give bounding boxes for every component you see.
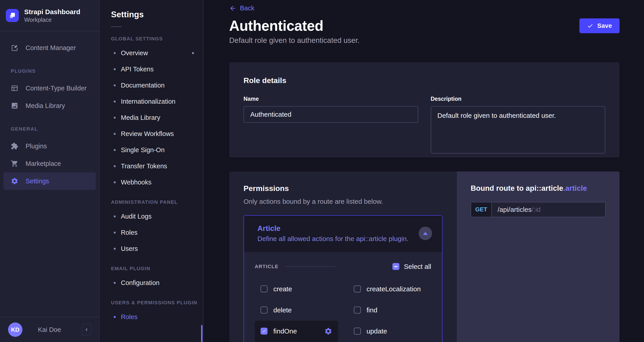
save-label: Save bbox=[597, 22, 612, 30]
subnav-item-documentation[interactable]: Documentation bbox=[100, 77, 203, 93]
role-details-fields: Name Description Default role given to a… bbox=[244, 96, 605, 154]
nav-item-settings[interactable]: Settings bbox=[4, 172, 96, 190]
permission-row-create[interactable]: create bbox=[255, 278, 338, 299]
checkbox-create[interactable] bbox=[260, 285, 268, 292]
user-menu[interactable]: KD Kai Doe bbox=[8, 322, 76, 337]
nav-item-media-library[interactable]: Media Library bbox=[4, 97, 96, 114]
checkbox-delete[interactable] bbox=[260, 306, 268, 313]
permissions-section: Permissions Only actions bound by a rout… bbox=[229, 171, 620, 342]
subnav-item-overview[interactable]: Overview bbox=[100, 45, 203, 61]
subnav-item-configuration[interactable]: Configuration bbox=[100, 275, 203, 291]
subnav-item-up-roles[interactable]: Roles bbox=[100, 309, 203, 325]
description-field-group: Description Default role given to authen… bbox=[431, 96, 606, 154]
permission-row-find[interactable]: find bbox=[348, 299, 432, 321]
subnav-item-media-library[interactable]: Media Library bbox=[100, 110, 203, 126]
subnav-section-global: GLOBAL SETTINGS Overview API Tokens Docu… bbox=[100, 36, 203, 190]
bound-route-api: api::article bbox=[526, 184, 563, 192]
bound-route-attribute: .article bbox=[563, 184, 587, 192]
bullet-icon bbox=[114, 316, 116, 318]
check-icon bbox=[587, 23, 593, 29]
back-label: Back bbox=[240, 5, 254, 12]
permission-row-delete[interactable]: delete bbox=[255, 299, 338, 321]
user-name: Kai Doe bbox=[22, 326, 76, 333]
subnav-scrollbar-thumb[interactable] bbox=[201, 325, 202, 342]
checkbox-update[interactable] bbox=[354, 328, 361, 334]
page-title: Authenticated bbox=[229, 18, 323, 34]
permission-row-create-localization[interactable]: createLocalization bbox=[348, 278, 432, 299]
subnav-item-review-workflows[interactable]: Review Workflows bbox=[100, 126, 203, 142]
checkbox-create-localization[interactable] bbox=[354, 285, 361, 292]
accordion-description: Define all allowed actions for the api::… bbox=[258, 235, 408, 243]
chevron-left-icon bbox=[84, 327, 90, 332]
subnav-item-users[interactable]: Users bbox=[100, 241, 203, 257]
article-accordion-header[interactable]: Article Define all allowed actions for t… bbox=[244, 216, 442, 252]
route-display: GET /api/articles/:id bbox=[471, 202, 606, 217]
subnav-item-api-tokens[interactable]: API Tokens bbox=[100, 61, 203, 77]
subnav-section-header: USERS & PERMISSIONS PLUGIN bbox=[100, 300, 203, 306]
subnav-section-email: EMAIL PLUGIN Configuration bbox=[100, 266, 203, 291]
bullet-icon bbox=[114, 215, 116, 217]
nav-item-label: Media Library bbox=[26, 102, 65, 110]
main-sidebar: Strapi Dashboard Workplace Content Manag… bbox=[0, 0, 100, 342]
subnav-item-label: Roles bbox=[121, 229, 138, 236]
back-link[interactable]: Back bbox=[229, 5, 254, 12]
cart-icon bbox=[11, 160, 18, 167]
back-arrow-icon bbox=[229, 5, 236, 12]
subnav-item-single-sign-on[interactable]: Single Sign-On bbox=[100, 142, 203, 158]
chevron-up-icon bbox=[423, 232, 428, 235]
description-textarea[interactable]: Default role given to authenticated user… bbox=[431, 106, 606, 154]
permission-row-find-one[interactable]: findOne bbox=[255, 321, 338, 342]
nav-item-content-manager[interactable]: Content Manager bbox=[4, 39, 96, 57]
route-path: /api/articles/:id bbox=[492, 202, 605, 217]
permission-label: find bbox=[366, 306, 378, 314]
subnav-item-admin-roles[interactable]: Roles bbox=[100, 224, 203, 241]
nav-item-marketplace[interactable]: Marketplace bbox=[4, 155, 96, 172]
subnav-item-label: Configuration bbox=[121, 279, 160, 286]
subnav-section-users-permissions: USERS & PERMISSIONS PLUGIN Roles bbox=[100, 300, 203, 325]
role-details-heading: Role details bbox=[244, 76, 605, 85]
permission-label: createLocalization bbox=[366, 285, 421, 293]
nav-item-plugins[interactable]: Plugins bbox=[4, 137, 96, 155]
subnav-item-label: Overview bbox=[121, 49, 148, 57]
permission-label: create bbox=[273, 285, 292, 293]
name-field-group: Name bbox=[244, 96, 418, 154]
select-all-checkbox[interactable] bbox=[392, 263, 399, 270]
name-input[interactable] bbox=[244, 106, 418, 123]
subnav-item-label: Audit Logs bbox=[121, 213, 152, 220]
permission-checkbox-grid: create createLocalization delete fi bbox=[255, 278, 431, 342]
subnav-item-label: Media Library bbox=[121, 114, 160, 121]
subnav-item-transfer-tokens[interactable]: Transfer Tokens bbox=[100, 158, 203, 174]
permission-settings-button[interactable] bbox=[324, 327, 332, 335]
subnav-item-webhooks[interactable]: Webhooks bbox=[100, 174, 203, 190]
workspace-switcher[interactable]: Strapi Dashboard Workplace bbox=[0, 0, 99, 32]
subnav-item-label: Single Sign-On bbox=[121, 146, 164, 154]
nav-section-plugins: PLUGINS bbox=[4, 68, 96, 74]
subnav-item-label: Roles bbox=[121, 313, 138, 321]
permissions-panel: Permissions Only actions bound by a rout… bbox=[229, 171, 457, 342]
indeterminate-minus-icon bbox=[394, 266, 398, 267]
permission-row-update[interactable]: update bbox=[348, 321, 432, 342]
page-subtitle: Default role given to authenticated user… bbox=[229, 36, 620, 45]
checkbox-find[interactable] bbox=[354, 306, 361, 313]
article-group-label: ARTICLE bbox=[255, 264, 278, 269]
accordion-title: Article bbox=[258, 224, 408, 233]
gear-icon bbox=[11, 177, 18, 185]
layout-grid-icon bbox=[11, 84, 18, 92]
save-button[interactable]: Save bbox=[580, 19, 620, 33]
subnav-item-label: Review Workflows bbox=[121, 130, 174, 138]
nav-item-content-type-builder[interactable]: Content-Type Builder bbox=[4, 80, 96, 97]
collapse-sidebar-button[interactable] bbox=[82, 324, 91, 335]
select-all-label: Select all bbox=[404, 263, 431, 270]
bound-route-title-prefix: Bound route to bbox=[471, 184, 526, 192]
article-accordion: Article Define all allowed actions for t… bbox=[244, 215, 442, 342]
content-manager-icon bbox=[11, 44, 18, 52]
accordion-collapse-button[interactable] bbox=[419, 227, 432, 240]
checkbox-find-one[interactable] bbox=[260, 328, 268, 334]
route-method-badge: GET bbox=[471, 202, 492, 217]
subnav-item-audit-logs[interactable]: Audit Logs bbox=[100, 208, 203, 224]
subnav-section-header: GLOBAL SETTINGS bbox=[100, 36, 203, 42]
permissions-subheading: Only actions bound by a route are listed… bbox=[244, 198, 442, 205]
subnav-item-internationalization[interactable]: Internationalization bbox=[100, 93, 203, 110]
app-title: Strapi Dashboard bbox=[24, 8, 80, 16]
bullet-icon bbox=[114, 282, 116, 284]
